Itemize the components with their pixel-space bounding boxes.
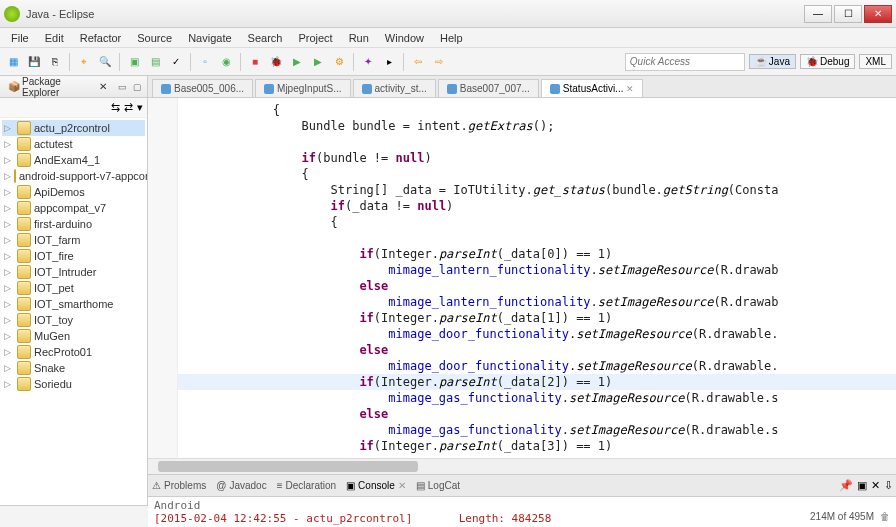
new-class-button[interactable]: ◉ xyxy=(217,53,235,71)
menu-run[interactable]: Run xyxy=(342,30,376,46)
project-item[interactable]: ▷ApiDemos xyxy=(2,184,145,200)
menu-source[interactable]: Source xyxy=(130,30,179,46)
perspective-debug[interactable]: 🐞 Debug xyxy=(800,54,855,69)
project-item[interactable]: ▷IOT_pet xyxy=(2,280,145,296)
back-button[interactable]: ⇦ xyxy=(409,53,427,71)
project-item[interactable]: ▷AndExam4_1 xyxy=(2,152,145,168)
minimize-button[interactable]: — xyxy=(804,5,832,23)
view-menu-icon[interactable]: ▾ xyxy=(137,101,143,114)
perspective-java[interactable]: ☕ Java xyxy=(749,54,796,69)
run-button[interactable]: ▶ xyxy=(288,53,306,71)
project-item[interactable]: ▷IOT_smarthome xyxy=(2,296,145,312)
debug-button[interactable]: 🐞 xyxy=(267,53,285,71)
scroll-lock-icon[interactable]: ⇩ xyxy=(884,479,893,492)
maximize-button[interactable]: ☐ xyxy=(834,5,862,23)
project-item[interactable]: ▷RecProto01 xyxy=(2,344,145,360)
editor-panel: Base005_006...MjpegInputS...activity_st.… xyxy=(148,76,896,474)
new-junit-button[interactable]: ✦ xyxy=(359,53,377,71)
project-item[interactable]: ▷Snake xyxy=(2,360,145,376)
bottom-panel: ⚠ Problems@ Javadoc≡ Declaration▣ Consol… xyxy=(148,474,896,527)
bottom-tab-console[interactable]: ▣ Console ✕ xyxy=(346,480,406,491)
perspective-xml[interactable]: XML xyxy=(859,54,892,69)
editor-gutter xyxy=(148,98,178,458)
stop-button[interactable]: ■ xyxy=(246,53,264,71)
pin-icon[interactable]: 📌 xyxy=(839,479,853,492)
toggle-breadcrumb-button[interactable]: ▸ xyxy=(380,53,398,71)
forward-button[interactable]: ⇨ xyxy=(430,53,448,71)
close-button[interactable]: ✕ xyxy=(864,5,892,23)
editor-tab[interactable]: MjpegInputS... xyxy=(255,79,350,97)
editor-hscrollbar[interactable] xyxy=(148,458,896,474)
eclipse-icon xyxy=(4,6,20,22)
project-item[interactable]: ▷IOT_toy xyxy=(2,312,145,328)
menubar: FileEditRefactorSourceNavigateSearchProj… xyxy=(0,28,896,48)
maximize-view-icon[interactable]: ▢ xyxy=(131,81,143,93)
avd-button[interactable]: ▤ xyxy=(146,53,164,71)
project-item[interactable]: ▷MuGen xyxy=(2,328,145,344)
bottom-tab-problems[interactable]: ⚠ Problems xyxy=(152,480,206,491)
project-item[interactable]: ▷IOT_farm xyxy=(2,232,145,248)
project-item[interactable]: ▷actutest xyxy=(2,136,145,152)
project-item[interactable]: ▷Soriedu xyxy=(2,376,145,392)
android-sdk-button[interactable]: ▣ xyxy=(125,53,143,71)
menu-edit[interactable]: Edit xyxy=(38,30,71,46)
menu-help[interactable]: Help xyxy=(433,30,470,46)
new-package-button[interactable]: ▫ xyxy=(196,53,214,71)
project-item[interactable]: ▷first-arduino xyxy=(2,216,145,232)
lint-button[interactable]: ✓ xyxy=(167,53,185,71)
project-item[interactable]: ▷appcompat_v7 xyxy=(2,200,145,216)
window-titlebar: Java - Eclipse — ☐ ✕ xyxy=(0,0,896,28)
package-tree[interactable]: ▷actu_p2rcontrol▷actutest▷AndExam4_1▷and… xyxy=(0,118,147,505)
menu-navigate[interactable]: Navigate xyxy=(181,30,238,46)
project-item[interactable]: ▷IOT_fire xyxy=(2,248,145,264)
save-button[interactable]: 💾 xyxy=(25,53,43,71)
editor-tab[interactable]: Base005_006... xyxy=(152,79,253,97)
collapse-all-icon[interactable]: ⇆ xyxy=(111,101,120,114)
main-toolbar: ▦ 💾 ⎘ ⌖ 🔍 ▣ ▤ ✓ ▫ ◉ ■ 🐞 ▶ ▶ ⚙ ✦ ▸ ⇦ ⇨ ☕ … xyxy=(0,48,896,76)
project-item[interactable]: ▷android-support-v7-appcom xyxy=(2,168,145,184)
editor-tab[interactable]: StatusActivi... ✕ xyxy=(541,79,644,97)
minimize-view-icon[interactable]: ▭ xyxy=(117,81,129,93)
menu-refactor[interactable]: Refactor xyxy=(73,30,129,46)
bottom-tab-javadoc[interactable]: @ Javadoc xyxy=(216,480,266,491)
window-title: Java - Eclipse xyxy=(26,8,94,20)
quick-access-input[interactable] xyxy=(625,53,745,71)
editor-tabs: Base005_006...MjpegInputS...activity_st.… xyxy=(148,76,896,98)
package-explorer-tab[interactable]: 📦 Package Explorer ✕ xyxy=(4,74,111,100)
open-type-button[interactable]: ⌖ xyxy=(75,53,93,71)
project-item[interactable]: ▷actu_p2rcontrol xyxy=(2,120,145,136)
new-button[interactable]: ▦ xyxy=(4,53,22,71)
console-output[interactable]: Android[2015-02-04 12:42:55 - actu_p2rco… xyxy=(148,497,896,527)
heap-status: 214M of 495M xyxy=(810,511,874,522)
run-last-button[interactable]: ▶ xyxy=(309,53,327,71)
editor-tab[interactable]: Base007_007... xyxy=(438,79,539,97)
project-item[interactable]: ▷IOT_Intruder xyxy=(2,264,145,280)
editor-tab[interactable]: activity_st... xyxy=(353,79,436,97)
bottom-tab-declaration[interactable]: ≡ Declaration xyxy=(277,480,336,491)
link-editor-icon[interactable]: ⇄ xyxy=(124,101,133,114)
menu-project[interactable]: Project xyxy=(291,30,339,46)
menu-search[interactable]: Search xyxy=(241,30,290,46)
search-button[interactable]: 🔍 xyxy=(96,53,114,71)
gc-icon[interactable]: 🗑 xyxy=(880,511,890,522)
bottom-tab-logcat[interactable]: ▤ LogCat xyxy=(416,480,460,491)
menu-file[interactable]: File xyxy=(4,30,36,46)
package-explorer-panel: 📦 Package Explorer ✕ ▭ ▢ ⇆ ⇄ ▾ ▷actu_p2r… xyxy=(0,76,148,505)
display-icon[interactable]: ▣ xyxy=(857,479,867,492)
save-all-button[interactable]: ⎘ xyxy=(46,53,64,71)
menu-window[interactable]: Window xyxy=(378,30,431,46)
external-tools-button[interactable]: ⚙ xyxy=(330,53,348,71)
code-editor[interactable]: { Bundle bundle = intent.getExtras(); if… xyxy=(178,98,896,458)
clear-icon[interactable]: ✕ xyxy=(871,479,880,492)
